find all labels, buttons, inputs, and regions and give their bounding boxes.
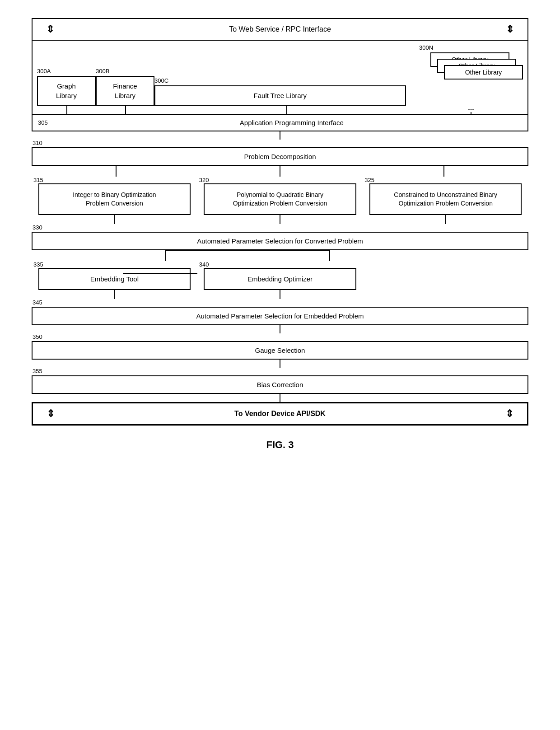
other-library-stack: Other Library Other Library Other Librar… [428, 52, 523, 102]
graph-library-box: GraphLibrary [37, 76, 96, 106]
gauge-num: 350 [32, 333, 528, 340]
gauge-box: Gauge Selection [32, 341, 528, 360]
auto-converted-box: Automated Parameter Selection for Conver… [32, 232, 528, 250]
fault-tree-library-column: 300C Fault Tree Library [154, 74, 419, 114]
conv1-connector [114, 215, 115, 224]
other-lib-front: Other Library [444, 65, 523, 80]
finance-lib-id: 300B [96, 68, 109, 75]
pd-section: 310 Problem Decomposition [32, 140, 528, 166]
other-lib-dots: ... [468, 104, 474, 112]
embedded-to-gauge-connector [280, 325, 280, 333]
embedding-section: 335 Embedding Tool 340 Embedding Optimiz… [32, 250, 528, 299]
embedding-tool-col: 335 Embedding Tool [32, 250, 197, 299]
embedding-tool-box: Embedding Tool [38, 268, 191, 290]
conv2-box: Polynomial to Quadratic BinaryOptimizati… [204, 183, 356, 215]
api-label: Application Programming Interface [61, 119, 522, 126]
conv1-box: Integer to Binary OptimizationProblem Co… [38, 183, 191, 215]
conversion-col-3: 325 Constrained to Unconstrained BinaryO… [363, 166, 528, 224]
finance-lib-connector [125, 106, 126, 114]
fault-tree-lib-id: 300C [154, 77, 168, 84]
conv2-num: 320 [197, 177, 209, 183]
graph-lib-id: 300A [37, 68, 51, 75]
conv2-connector [280, 215, 280, 224]
bias-box: Bias Correction [32, 375, 528, 394]
other-lib-id: 300N [419, 44, 433, 51]
fault-tree-lib-connector [286, 106, 287, 114]
diagram: ⇕ To Web Service / RPC Interface ⇕ 300A … [32, 9, 528, 460]
bias-section: 355 Bias Correction [32, 368, 528, 394]
conversion-col-1: 315 Integer to Binary OptimizationProble… [32, 166, 197, 224]
top-arrow-right: ⇕ [506, 23, 514, 37]
auto-embedded-num: 345 [32, 299, 528, 306]
bias-num: 355 [32, 368, 528, 374]
embedding-optimizer-box: Embedding Optimizer [204, 268, 356, 290]
bias-to-vendor-connector [280, 394, 280, 402]
fault-tree-library-box: Fault Tree Library [154, 85, 406, 106]
embed-tool-bottom-connector [114, 290, 115, 299]
finance-library-box: FinanceLibrary [96, 76, 154, 106]
api-section: 305 Application Programming Interface [32, 114, 528, 131]
graph-lib-connector [66, 106, 67, 114]
other-lib-connector [471, 112, 471, 114]
conv3-num: 325 [363, 177, 374, 183]
figure-caption: FIG. 3 [266, 439, 294, 451]
auto-converted-num: 330 [32, 224, 528, 231]
graph-library-column: 300A GraphLibrary [33, 64, 96, 114]
embed-h-connector [123, 273, 197, 274]
bottom-vendor-box: ⇕ To Vendor Device API/SDK ⇕ [32, 402, 528, 426]
conv1-num: 315 [32, 177, 43, 183]
api-box: 305 Application Programming Interface [32, 114, 528, 131]
embed-opt-bottom-connector [280, 290, 280, 299]
top-interface-box: ⇕ To Web Service / RPC Interface ⇕ [32, 18, 528, 41]
pd-num: 310 [32, 140, 528, 146]
top-interface-label: To Web Service / RPC Interface [229, 24, 331, 34]
bottom-arrow-right: ⇕ [505, 408, 513, 420]
embedding-optimizer-col: 340 Embedding Optimizer [197, 250, 363, 299]
pd-box: Problem Decomposition [32, 147, 528, 166]
conversions-section: 315 Integer to Binary OptimizationProble… [32, 166, 528, 224]
bottom-vendor-label: To Vendor Device API/SDK [234, 410, 326, 418]
top-arrow-left: ⇕ [46, 23, 54, 37]
api-to-pd-connector [280, 131, 280, 140]
api-num: 305 [38, 119, 48, 126]
embed-opt-num: 340 [197, 261, 209, 268]
conv3-connector [445, 215, 446, 224]
gauge-to-bias-connector [280, 360, 280, 368]
other-libraries-column: 300N Other Library Other Library Other L… [419, 41, 527, 114]
gauge-section: 350 Gauge Selection [32, 333, 528, 360]
auto-embedded-section: 345 Automated Parameter Selection for Em… [32, 299, 528, 325]
auto-embedded-box: Automated Parameter Selection for Embedd… [32, 307, 528, 325]
bottom-arrow-left: ⇕ [47, 408, 55, 420]
conversion-col-2: 320 Polynomial to Quadratic BinaryOptimi… [197, 166, 363, 224]
conv3-box: Constrained to Unconstrained BinaryOptim… [369, 183, 522, 215]
auto-converted-section: 330 Automated Parameter Selection for Co… [32, 224, 528, 250]
finance-library-column: 300B FinanceLibrary [96, 64, 154, 114]
embed-tool-num: 335 [32, 261, 43, 268]
